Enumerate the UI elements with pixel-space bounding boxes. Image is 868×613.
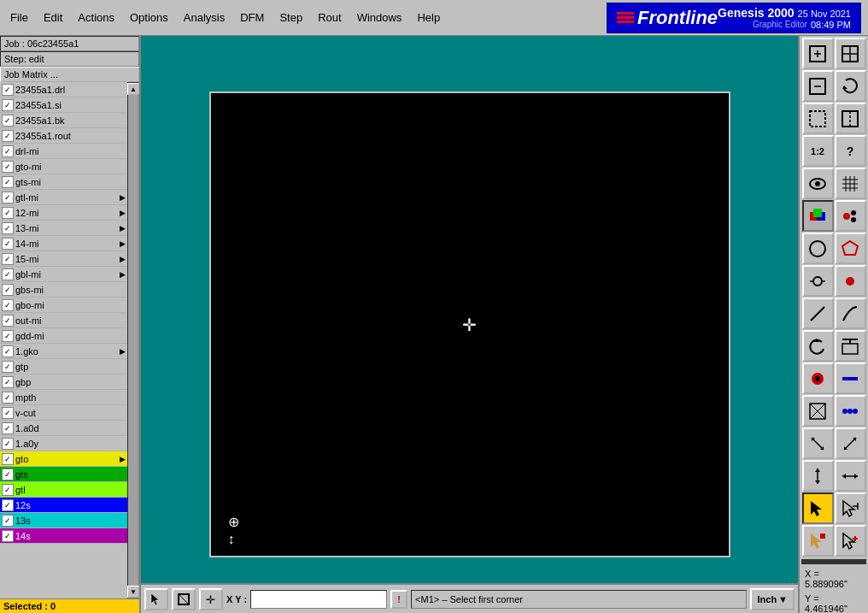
tool-view[interactable] bbox=[802, 168, 834, 199]
layer-item[interactable]: 14-mi▶ bbox=[0, 236, 127, 251]
scroll-track[interactable] bbox=[128, 95, 138, 586]
layer-checkbox[interactable] bbox=[2, 376, 14, 388]
layer-item[interactable]: gto▶ bbox=[0, 451, 127, 467]
layer-item[interactable]: gbl-mi▶ bbox=[0, 267, 127, 282]
menu-edit[interactable]: Edit bbox=[37, 8, 69, 27]
layer-checkbox[interactable] bbox=[2, 207, 14, 219]
layer-expand-arrow[interactable]: ▶ bbox=[117, 347, 127, 356]
layer-item[interactable]: gtp bbox=[0, 359, 127, 374]
tool-text[interactable] bbox=[835, 330, 866, 362]
tool-arc[interactable] bbox=[835, 298, 866, 329]
layer-item[interactable]: gtl-mi▶ bbox=[0, 190, 127, 205]
layer-item[interactable]: 12-mi▶ bbox=[0, 205, 127, 221]
layer-checkbox[interactable] bbox=[2, 145, 14, 157]
layer-item[interactable]: gts bbox=[0, 467, 127, 482]
layer-item[interactable]: gto-mi bbox=[0, 159, 127, 174]
layer-checkbox[interactable] bbox=[2, 392, 14, 404]
layer-item[interactable]: drl-mi bbox=[0, 144, 127, 159]
tool-special[interactable] bbox=[835, 395, 866, 427]
layer-item[interactable]: 13-mi▶ bbox=[0, 221, 127, 236]
layer-checkbox[interactable] bbox=[2, 299, 14, 311]
layer-checkbox[interactable] bbox=[2, 238, 14, 250]
layer-item[interactable]: mpth bbox=[0, 390, 127, 405]
layer-expand-arrow[interactable]: ▶ bbox=[117, 209, 127, 217]
layer-checkbox[interactable] bbox=[2, 484, 14, 496]
menu-dfm[interactable]: DFM bbox=[233, 8, 271, 27]
layer-checkbox[interactable] bbox=[2, 469, 14, 480]
layer-expand-arrow[interactable]: ▶ bbox=[117, 224, 127, 233]
menu-file[interactable]: File bbox=[3, 8, 35, 27]
layer-item[interactable]: gts-mi bbox=[0, 174, 127, 190]
tool-select-pointer[interactable] bbox=[802, 492, 834, 524]
layer-item[interactable]: 15-mi▶ bbox=[0, 251, 127, 267]
tool-circle-select[interactable] bbox=[802, 233, 834, 264]
layer-checkbox[interactable] bbox=[2, 530, 14, 542]
msg-btn[interactable]: ! bbox=[390, 590, 408, 609]
tool-zoom-area[interactable] bbox=[802, 70, 834, 102]
tool-dim4[interactable] bbox=[835, 460, 866, 492]
menu-help[interactable]: Help bbox=[410, 8, 447, 27]
tool-grid[interactable] bbox=[835, 168, 866, 199]
tool-layer[interactable] bbox=[835, 200, 866, 232]
layer-scrollbar[interactable]: ▲ ▼ bbox=[127, 82, 139, 598]
layer-item[interactable]: gbo-mi bbox=[0, 298, 127, 313]
layer-checkbox[interactable] bbox=[2, 361, 14, 373]
tool-select-flip[interactable] bbox=[835, 103, 866, 134]
layer-checkbox[interactable] bbox=[2, 453, 14, 465]
layer-checkbox[interactable] bbox=[2, 222, 14, 234]
tool-select-arrow[interactable] bbox=[835, 492, 866, 524]
matrix-btn[interactable]: Job Matrix ... bbox=[0, 67, 139, 82]
layer-item[interactable]: 23455a1.si bbox=[0, 97, 127, 113]
cursor-tool-btn[interactable]: ✛ bbox=[199, 588, 223, 610]
tool-dim3[interactable] bbox=[802, 460, 834, 492]
layer-checkbox[interactable] bbox=[2, 422, 14, 434]
tool-pad[interactable] bbox=[802, 362, 834, 394]
layer-item[interactable]: gtl bbox=[0, 482, 127, 498]
tool-surface[interactable] bbox=[802, 395, 834, 427]
layer-checkbox[interactable] bbox=[2, 99, 14, 111]
unit-btn[interactable]: Inch ▼ bbox=[750, 588, 795, 610]
menu-actions[interactable]: Actions bbox=[71, 8, 121, 27]
tool-lasso[interactable] bbox=[802, 525, 834, 557]
tool-scale[interactable]: 1:2 bbox=[802, 135, 834, 167]
color-preview[interactable] bbox=[801, 559, 866, 564]
tool-dim1[interactable] bbox=[802, 427, 834, 459]
layer-item[interactable]: 1.gko▶ bbox=[0, 344, 127, 359]
menu-windows[interactable]: Windows bbox=[350, 8, 409, 27]
layer-checkbox[interactable] bbox=[2, 253, 14, 265]
tool-dim2[interactable] bbox=[835, 427, 866, 459]
tool-trace[interactable] bbox=[835, 362, 866, 394]
layer-item[interactable]: v-cut bbox=[0, 405, 127, 421]
layer-checkbox[interactable] bbox=[2, 161, 14, 173]
pointer-tool-btn[interactable] bbox=[144, 588, 168, 610]
layer-checkbox[interactable] bbox=[2, 315, 14, 327]
tool-zoom-fit[interactable] bbox=[802, 38, 834, 69]
layer-item[interactable]: gbp bbox=[0, 374, 127, 390]
tool-nodes[interactable] bbox=[802, 265, 834, 297]
scroll-up[interactable]: ▲ bbox=[127, 83, 139, 95]
layer-checkbox[interactable] bbox=[2, 176, 14, 188]
layer-item[interactable]: 1.a0d bbox=[0, 421, 127, 436]
layer-checkbox[interactable] bbox=[2, 330, 14, 342]
layer-expand-arrow[interactable]: ▶ bbox=[117, 255, 127, 263]
layer-item[interactable]: 12s bbox=[0, 498, 127, 513]
tool-polygon-select[interactable] bbox=[835, 233, 866, 264]
box-tool-btn[interactable] bbox=[172, 588, 196, 610]
canvas-viewport[interactable]: ✛ ⊕ ↕ bbox=[209, 91, 730, 557]
layer-item[interactable]: 1.a0y bbox=[0, 436, 127, 451]
layer-checkbox[interactable] bbox=[2, 407, 14, 419]
menu-step[interactable]: Step bbox=[273, 8, 309, 27]
layer-checkbox[interactable] bbox=[2, 84, 14, 96]
layer-checkbox[interactable] bbox=[2, 268, 14, 280]
layer-checkbox[interactable] bbox=[2, 515, 14, 527]
layer-checkbox[interactable] bbox=[2, 499, 14, 511]
layer-item[interactable]: 23455a1.bk bbox=[0, 113, 127, 128]
tool-cross-select[interactable] bbox=[835, 525, 866, 557]
scroll-down[interactable]: ▼ bbox=[127, 586, 139, 598]
tool-rotate[interactable] bbox=[835, 70, 866, 102]
xy-input[interactable] bbox=[250, 590, 387, 609]
layer-expand-arrow[interactable]: ▶ bbox=[117, 239, 127, 248]
layer-checkbox[interactable] bbox=[2, 130, 14, 142]
layer-item[interactable]: out-mi bbox=[0, 313, 127, 328]
tool-help[interactable]: ? bbox=[835, 135, 866, 167]
